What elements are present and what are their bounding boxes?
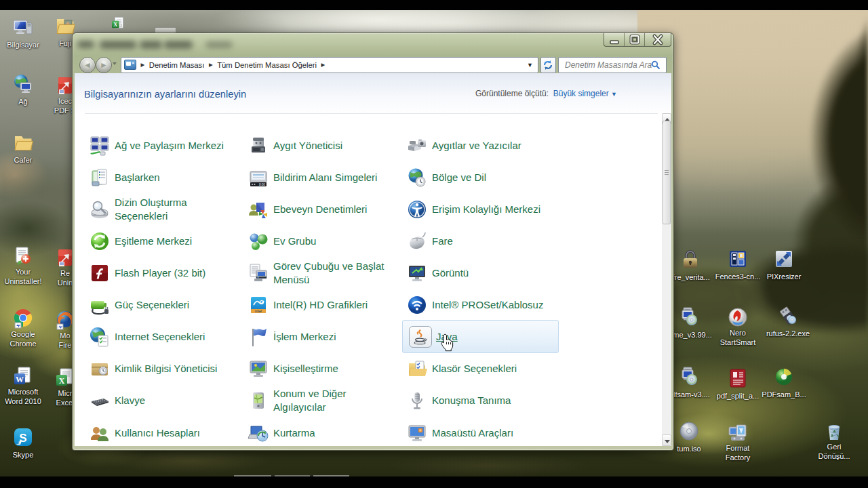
svg-text:intel: intel [255, 309, 262, 313]
svg-text:X: X [113, 22, 117, 28]
svg-text:8:00: 8:00 [259, 183, 265, 186]
svg-text:X: X [59, 376, 65, 386]
svg-text:W: W [16, 375, 24, 384]
